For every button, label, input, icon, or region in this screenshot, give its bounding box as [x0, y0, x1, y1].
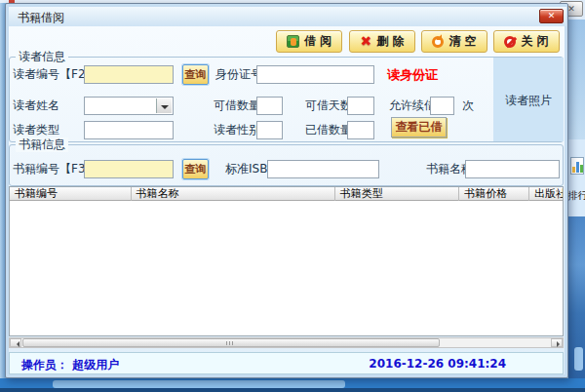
borrowable-days-input[interactable] — [347, 97, 374, 115]
book-results-table: 书籍编号 书籍名称 书籍类型 书籍价格 出版社 — [9, 186, 564, 336]
delete-button-label: 删 除 — [376, 33, 404, 50]
dialog-close-button[interactable]: ✕ — [539, 9, 564, 23]
chevron-down-icon[interactable] — [156, 98, 172, 113]
reader-query-button[interactable]: 查询 — [182, 64, 209, 85]
refresh-icon — [432, 36, 444, 48]
book-id-input[interactable] — [84, 160, 174, 178]
book-query-button[interactable]: 查询 — [182, 159, 209, 179]
reader-name-label: 读者姓名 — [13, 97, 59, 115]
renew-count-input[interactable] — [430, 97, 454, 115]
dialog-titlebar[interactable]: 书籍借阅 ✕ — [9, 7, 566, 26]
close-button-label: 关 闭 — [521, 33, 548, 50]
background-bottom-edge — [0, 388, 585, 392]
renew-unit-label: 次 — [462, 97, 474, 115]
background-horizontal-scrollbar-thumb[interactable] — [53, 380, 345, 388]
borrow-button[interactable]: 借 阅 — [276, 30, 342, 53]
column-header-book-type: 书籍类型 — [335, 187, 460, 201]
background-vertical-scrollbar-thumb[interactable] — [574, 347, 583, 371]
close-button[interactable]: 关 闭 — [493, 30, 560, 53]
read-id-card-button[interactable]: 读身份证 — [387, 65, 438, 84]
clear-button[interactable]: 清 空 — [421, 30, 488, 53]
column-header-book-price: 书籍价格 — [459, 187, 529, 201]
datetime-label: 2016-12-26 09:41:24 — [369, 357, 506, 371]
table-body-empty[interactable] — [10, 202, 563, 335]
borrowed-count-label: 已借数量 — [305, 121, 352, 139]
reader-photo-label: 读者照片 — [493, 93, 564, 109]
borrowable-days-label: 可借天数 — [305, 97, 352, 115]
ranking-label: 排行 — [567, 189, 585, 203]
table-header-row: 书籍编号 书籍名称 书籍类型 书籍价格 出版社 — [10, 187, 563, 201]
book-info-title: 书籍信息 — [16, 137, 68, 152]
scroll-right-arrow-icon[interactable] — [551, 338, 563, 347]
reader-gender-input[interactable] — [256, 121, 283, 139]
delete-button[interactable]: ✖ 删 除 — [349, 30, 415, 53]
dialog-title: 书籍借阅 — [18, 10, 64, 26]
borrow-button-label: 借 阅 — [304, 33, 332, 50]
reader-gender-label: 读者性别 — [214, 121, 260, 139]
reader-id-input[interactable] — [84, 65, 174, 84]
background-glass-strip — [568, 20, 585, 139]
clear-button-label: 清 空 — [448, 33, 476, 50]
column-header-book-id: 书籍编号 — [10, 187, 132, 201]
screen: ✕ 排行 书籍借阅 ✕ 借 阅 ✖ 删 除 清 空 关 — [0, 0, 585, 392]
borrow-icon — [287, 35, 299, 48]
column-header-publisher: 出版社 — [529, 187, 563, 201]
scrollbar-thumb[interactable] — [22, 338, 440, 347]
reader-photo-panel: 读者照片 — [493, 58, 564, 141]
borrowable-count-label: 可借数量 — [214, 97, 260, 115]
reader-type-input[interactable] — [84, 121, 174, 139]
reader-info-title: 读者信息 — [16, 50, 68, 64]
id-card-input[interactable] — [256, 65, 374, 84]
column-header-book-name: 书籍名称 — [132, 187, 335, 201]
isbn-input[interactable] — [267, 160, 379, 178]
scroll-left-arrow-icon[interactable] — [10, 338, 21, 347]
status-bar: 操作员： 超级用户 2016-12-26 09:41:24 — [9, 352, 564, 374]
borrowed-count-input[interactable] — [347, 121, 374, 139]
table-horizontal-scrollbar[interactable] — [9, 337, 564, 348]
book-borrow-dialog: 书籍借阅 ✕ 借 阅 ✖ 删 除 清 空 关 闭 读者信息 读者编号【F2】 查… — [5, 3, 568, 378]
book-name-input[interactable] — [465, 160, 560, 178]
borrowable-count-input[interactable] — [256, 97, 283, 115]
view-borrowed-button[interactable]: 查看已借 — [391, 117, 447, 137]
delete-icon: ✖ — [361, 35, 372, 48]
bar-chart-icon — [570, 157, 584, 175]
id-card-label: 身份证号 — [215, 65, 262, 84]
operator-label: 操作员： 超级用户 — [21, 357, 119, 373]
renew-label: 允许续借 — [389, 97, 436, 115]
reader-name-select[interactable] — [84, 97, 174, 115]
prohibition-icon — [504, 36, 516, 48]
toolbar-item-ranking[interactable]: 排行 — [568, 154, 585, 209]
